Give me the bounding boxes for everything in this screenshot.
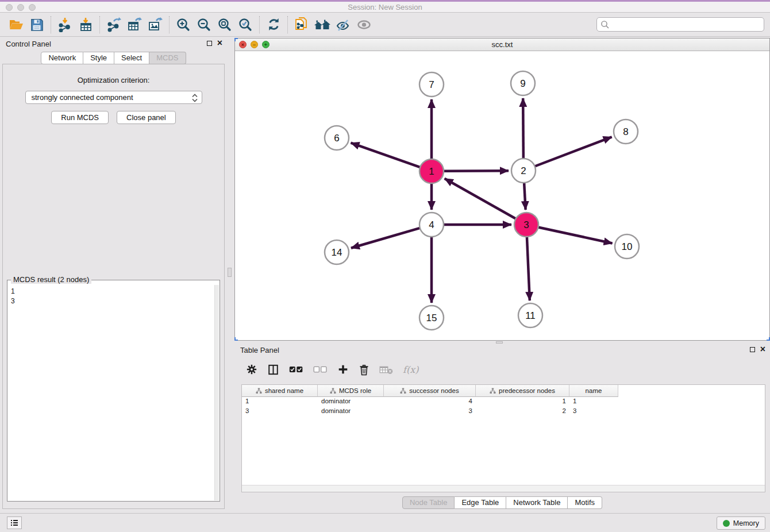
show-columns-button[interactable] xyxy=(267,364,279,376)
graph-edge-2-8[interactable] xyxy=(535,137,612,166)
tab-motifs[interactable]: Motifs xyxy=(568,496,602,509)
export-image-icon xyxy=(148,17,163,32)
save-session-button[interactable] xyxy=(26,15,47,34)
export-table-button[interactable] xyxy=(124,15,145,34)
column-header-successor-nodes[interactable]: successor nodes xyxy=(384,385,476,397)
toolbar-separator xyxy=(169,16,170,33)
table-cell[interactable]: dominator xyxy=(318,407,384,417)
zoom-in-button[interactable] xyxy=(173,15,194,34)
zoom-selected-button[interactable] xyxy=(235,15,256,34)
graph-edge-1-2[interactable] xyxy=(444,171,509,171)
mcds-pane: Optimization criterion: strongly connect… xyxy=(2,64,225,509)
graph-node-label: 15 xyxy=(426,313,437,323)
close-panel-icon[interactable]: × xyxy=(217,40,222,47)
column-header-name[interactable]: name xyxy=(569,385,618,397)
table-cell[interactable]: 3 xyxy=(384,407,476,417)
houses-icon xyxy=(314,18,331,32)
node-table[interactable]: shared nameMCDS rolesuccessor nodesprede… xyxy=(241,384,765,492)
horizontal-splitter-handle[interactable] xyxy=(496,341,503,344)
table-cell[interactable]: 1 xyxy=(476,397,569,407)
network-canvas[interactable]: 1234678910111415 xyxy=(235,51,769,340)
close-table-panel-icon[interactable]: × xyxy=(760,346,765,353)
graph-edge-1-6[interactable] xyxy=(351,143,421,167)
refresh-view-button[interactable] xyxy=(263,15,284,34)
zoom-in-icon xyxy=(176,17,191,32)
show-all-button[interactable] xyxy=(353,15,374,34)
column-header-label: predecessor nodes xyxy=(499,387,555,394)
table-header-row[interactable]: shared nameMCDS rolesuccessor nodesprede… xyxy=(242,385,765,397)
tab-select[interactable]: Select xyxy=(114,52,149,64)
export-image-button[interactable] xyxy=(145,15,165,34)
search-input[interactable] xyxy=(610,19,760,30)
graph-edge-4-14[interactable] xyxy=(351,228,420,248)
memory-status-button[interactable]: Memory xyxy=(717,516,765,530)
home-layout-button[interactable] xyxy=(312,15,333,34)
table-body[interactable]: 1dominator4113dominator323 xyxy=(242,397,765,417)
graph-node-label: 1 xyxy=(429,166,434,177)
table-cell[interactable]: 1 xyxy=(569,397,618,407)
table-settings-button[interactable] xyxy=(246,364,257,375)
table-cell[interactable]: 1 xyxy=(242,397,318,407)
column-header-predecessor-nodes[interactable]: predecessor nodes xyxy=(476,385,569,397)
column-header-label: MCDS role xyxy=(339,387,371,394)
tab-node-table[interactable]: Node Table xyxy=(402,496,455,509)
run-mcds-button[interactable]: Run MCDS xyxy=(51,111,109,124)
gear-icon xyxy=(246,364,257,375)
open-session-button[interactable] xyxy=(6,15,26,34)
zoom-fit-button[interactable] xyxy=(214,15,235,34)
import-network-button[interactable] xyxy=(55,15,75,34)
table-cell[interactable]: 4 xyxy=(384,397,476,407)
float-table-panel-icon[interactable] xyxy=(750,347,755,352)
column-tree-icon xyxy=(256,388,262,394)
toolbar-separator xyxy=(99,16,100,33)
zoom-out-button[interactable] xyxy=(194,15,214,34)
graph-edge-3-10[interactable] xyxy=(538,227,613,243)
tab-style[interactable]: Style xyxy=(83,52,114,64)
mcds-result-box: MCDS result (2 nodes) 1 3 xyxy=(7,280,220,502)
graph-edge-3-11[interactable] xyxy=(527,237,530,300)
column-header-MCDS-role[interactable]: MCDS role xyxy=(318,385,384,397)
tab-network[interactable]: Network xyxy=(41,52,83,64)
table-cell[interactable]: 3 xyxy=(569,407,618,417)
result-scrollbar[interactable] xyxy=(214,285,219,500)
column-tree-icon xyxy=(400,388,406,394)
mcds-result-list[interactable]: 1 3 xyxy=(8,285,214,500)
table-cell[interactable]: 3 xyxy=(242,407,318,417)
create-column-button[interactable] xyxy=(337,364,349,375)
column-header-label: shared name xyxy=(265,387,303,394)
import-table-button[interactable] xyxy=(75,15,96,34)
tab-mcds[interactable]: MCDS xyxy=(149,52,186,64)
tab-edge-table[interactable]: Edge Table xyxy=(455,496,506,509)
close-panel-button[interactable]: Close panel xyxy=(117,111,176,124)
graph-edge-2-9[interactable] xyxy=(523,98,523,159)
view-corner-marker xyxy=(234,38,238,41)
hide-selected-button[interactable] xyxy=(333,15,353,34)
panel-splitter-handle[interactable] xyxy=(228,268,232,277)
network-graph[interactable]: 1234678910111415 xyxy=(235,51,769,341)
task-history-button[interactable] xyxy=(7,516,22,529)
select-chevrons-icon xyxy=(191,93,199,103)
control-panel-tabs: Network Style Select MCDS xyxy=(0,52,227,64)
table-cell[interactable]: dominator xyxy=(318,397,384,407)
graph-node-label: 10 xyxy=(622,241,633,252)
table-horizontal-scrollbar[interactable] xyxy=(242,485,765,492)
delete-column-button[interactable] xyxy=(359,364,369,376)
clone-network-button[interactable] xyxy=(291,15,312,34)
table-row[interactable]: 3dominator323 xyxy=(242,407,765,417)
tab-network-table[interactable]: Network Table xyxy=(506,496,568,509)
search-box[interactable] xyxy=(596,17,764,32)
deselect-all-rows-button[interactable] xyxy=(313,365,328,373)
graph-edge-2-3[interactable] xyxy=(524,183,526,210)
graph-edge-3-1[interactable] xyxy=(445,179,516,219)
table-cell[interactable]: 2 xyxy=(476,407,569,417)
float-panel-icon[interactable] xyxy=(207,41,212,46)
table-row[interactable]: 1dominator411 xyxy=(242,397,765,407)
select-all-rows-button[interactable] xyxy=(289,365,303,373)
column-header-shared-name[interactable]: shared name xyxy=(242,385,318,397)
graph-node-label: 7 xyxy=(429,79,434,90)
network-view-titlebar[interactable]: × − + scc.txt xyxy=(235,38,769,51)
export-network-button[interactable] xyxy=(103,15,124,34)
mcds-result-line: 3 xyxy=(11,296,211,306)
criterion-select[interactable]: strongly connected component xyxy=(25,91,202,104)
network-view-window: × − + scc.txt 1234678910111415 xyxy=(234,38,770,341)
